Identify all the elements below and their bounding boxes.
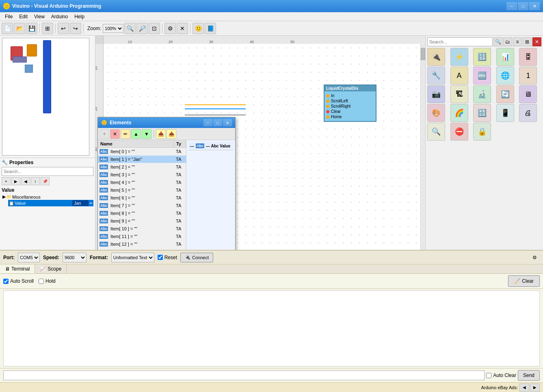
list-item-5[interactable]: Abc Item[ 5 ] = "" TA [98,186,186,194]
send-button[interactable]: Send [518,370,540,381]
comp-btn-11[interactable]: 🏗 [450,85,468,103]
terminal-content[interactable] [3,290,540,366]
close-search-icon[interactable]: ✕ [532,37,541,46]
properties-search[interactable] [2,167,93,176]
comp-btn-20[interactable]: 🔍 [427,123,445,141]
compile-button[interactable]: ⚙ [164,23,176,34]
comp-btn-4[interactable]: 🎛 [519,48,537,66]
new-button[interactable]: 📄 [2,23,13,34]
close-button[interactable]: ✕ [529,2,540,10]
menu-file[interactable]: File [2,13,16,20]
comp-btn-3[interactable]: 📊 [496,48,514,66]
list-item-8[interactable]: Abc Item[ 8 ] = "" TA [98,210,186,217]
zoom-out-button[interactable]: 🔎 [136,23,148,34]
zoom-in-button[interactable]: 🔍 [124,23,136,34]
tab-scope[interactable]: 📈 Scope [35,264,67,273]
menu-help[interactable]: Help [71,13,88,20]
comp-btn-10[interactable]: 📷 [427,85,445,103]
edit-icon[interactable]: ✏ [89,201,93,206]
speed-select[interactable]: 9600 300 1200 2400 4800 19200 38400 5760… [63,253,87,262]
autoscroll-label[interactable]: Auto Scroll [3,278,34,284]
reset-checkbox-label[interactable]: Reset [158,255,177,260]
comp-btn-19[interactable]: 🖨 [519,104,537,122]
elements-add-btn[interactable]: + [100,129,109,139]
elements-delete-btn[interactable]: ✕ [110,129,120,139]
zoom-select[interactable]: 100% 50% 75% 125% 150% 200% [103,24,123,33]
list-item-2[interactable]: Abc Item[ 2 ] = "" TA [98,163,186,171]
elements-maximize-button[interactable]: □ [213,119,222,126]
comp-btn-13[interactable]: 🔄 [496,85,514,103]
comp-btn-12[interactable]: 🔬 [473,85,491,103]
prop-pin-btn[interactable]: 📌 [41,177,50,185]
tree-item-miscellaneous[interactable]: ▶ 📁 Miscellaneous [2,194,93,200]
comp-btn-0[interactable]: 🔌 [427,48,445,66]
grid-view-icon[interactable]: ⊞ [523,37,532,46]
elements-close-button[interactable]: ✕ [223,119,232,126]
reset-checkbox[interactable] [158,255,163,260]
comp-btn-6[interactable]: A [450,67,468,84]
comp-btn-15[interactable]: 🎨 [427,104,445,122]
menu-view[interactable]: View [31,13,48,20]
tab-terminal[interactable]: 🖥 Terminal [0,264,35,273]
port-select[interactable]: COM5 COM1 COM2 COM3 COM4 [18,253,40,262]
ads-back-btn[interactable]: ◀ [519,383,529,392]
comp-btn-8[interactable]: 🌐 [496,67,514,84]
zoom-fit-button[interactable]: ⊡ [149,23,160,34]
visuino-icon[interactable]: 🙂 [193,23,204,34]
elements-up-btn[interactable]: ▲ [131,129,141,139]
elements-edit-btn[interactable]: ✏ [121,129,130,139]
prop-collapse-btn[interactable]: ◀ [21,177,30,185]
list-item-3[interactable]: Abc Item[ 3 ] = "" TA [98,171,186,179]
format-select[interactable]: Unformatted Text Formatted Text Hex [111,253,154,262]
prop-add-btn[interactable]: + [2,177,11,185]
list-item-9[interactable]: Abc Item[ 9 ] = "" TA [98,217,186,225]
comp-btn-16[interactable]: 🌈 [450,104,468,122]
comp-btn-5[interactable]: 🔧 [427,67,445,84]
comp-btn-1[interactable]: ⚡ [450,48,468,66]
hold-label[interactable]: Hold [39,278,56,284]
hold-checkbox[interactable] [39,279,44,284]
list-view-icon[interactable]: ≡ [513,37,522,46]
comp-btn-7[interactable]: 🔤 [473,67,491,84]
elements-export-btn[interactable]: 📤 [167,129,176,139]
list-item-11[interactable]: Abc Item[ 11 ] = "" TA [98,233,186,240]
comp-btn-18[interactable]: 📱 [496,104,514,122]
serial-settings-icon[interactable]: ⚙ [529,252,540,263]
component-search-input[interactable] [427,37,493,46]
elements-import-btn[interactable]: 📥 [156,129,166,139]
filter-icon[interactable]: 🗂 [503,37,512,46]
list-item-1[interactable]: Abc Item[ 1 ] = "Jan" TA [98,156,186,163]
list-item-6[interactable]: Abc Item[ 6 ] = "" TA [98,194,186,202]
lcd-component[interactable]: LiquidCrystalDis In ScrollLeft Scroll [324,84,376,122]
redo-button[interactable]: ↪ [70,23,81,34]
prop-sort-btn[interactable]: ↕ [31,177,40,185]
comp-btn-9[interactable]: 1 [519,67,537,84]
list-item-10[interactable]: Abc Item[ 10 ] = "" TA [98,225,186,233]
serial-input[interactable] [3,370,485,380]
list-item-12[interactable]: Abc Item[ 12 ] = "" TA [98,240,186,248]
elements-minimize-button[interactable]: − [203,119,212,126]
list-item-7[interactable]: Abc Item[ 7 ] = "" TA [98,202,186,210]
list-item-4[interactable]: Abc Item[ 4 ] = "" TA [98,179,186,186]
comp-btn-14[interactable]: 🖥 [519,85,537,103]
upload-button[interactable]: ✕ [177,23,188,34]
menu-edit[interactable]: Edit [16,13,31,20]
autoclear-checkbox[interactable] [486,373,491,378]
ads-forward-btn[interactable]: ▶ [530,383,540,392]
comp-btn-2[interactable]: 🔢 [473,48,491,66]
comp-btn-21[interactable]: ⛔ [450,123,468,141]
autoscroll-checkbox[interactable] [3,279,9,284]
scrollbar-thumb-v[interactable] [421,48,425,60]
autoclear-label[interactable]: Auto Clear [486,373,516,378]
menu-arduino[interactable]: Arduino [48,13,71,20]
search-icon[interactable]: 🔍 [493,37,502,46]
prop-expand-btn[interactable]: ▶ [11,177,20,185]
list-item-0[interactable]: Abc Item[ 0 ] = "" TA [98,148,186,156]
save-button[interactable]: 💾 [26,23,37,34]
comp-btn-22[interactable]: 🔒 [473,123,491,141]
clear-button[interactable]: 🧹 Clear [508,275,540,287]
maximize-button[interactable]: □ [518,2,528,10]
grid-toggle[interactable]: ⊞ [42,23,53,34]
elements-down-btn[interactable]: ▼ [142,129,151,139]
undo-button[interactable]: ↩ [58,23,69,34]
